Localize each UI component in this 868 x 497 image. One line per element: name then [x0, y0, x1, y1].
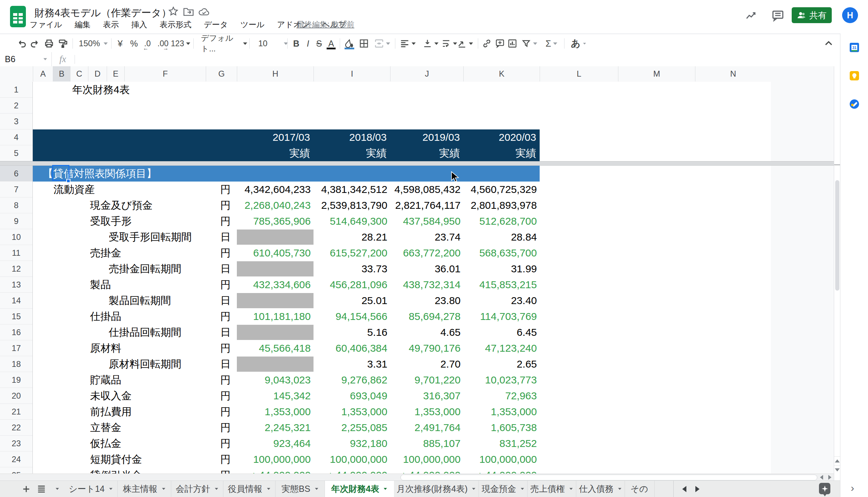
value-cell[interactable]: 72,963	[463, 388, 537, 404]
column-header-A[interactable]: A	[33, 66, 53, 81]
tasks-icon[interactable]	[849, 99, 859, 109]
bold-button[interactable]: B	[291, 37, 302, 50]
column-header-I[interactable]: I	[314, 66, 390, 81]
borders-button[interactable]	[358, 37, 370, 50]
sheet-tab-会計方針[interactable]: 会計方針	[171, 481, 223, 497]
value-cell[interactable]: 60,406,384	[314, 340, 387, 356]
year-header[interactable]: 2020/03	[463, 129, 536, 145]
value-cell[interactable]: 2,245,321	[237, 420, 311, 436]
row-header-12[interactable]: 12	[0, 261, 32, 277]
value-cell[interactable]: 663,772,200	[390, 245, 461, 261]
value-cell[interactable]: 610,405,730	[237, 245, 311, 261]
value-cell[interactable]: 47,123,240	[463, 340, 537, 356]
tabs-scroll-right-button[interactable]	[691, 481, 704, 497]
value-cell[interactable]: 4.65	[390, 324, 461, 340]
sheet-tab-株主情報[interactable]: 株主情報	[118, 481, 171, 497]
comments-icon[interactable]	[771, 9, 784, 22]
menu-挿入[interactable]: 挿入	[131, 19, 147, 30]
value-cell[interactable]: 1,353,000	[463, 404, 537, 420]
year-subtitle[interactable]: 実績	[237, 145, 310, 161]
calendar-icon[interactable]: 31	[849, 42, 859, 52]
merge-cells-button[interactable]	[372, 37, 392, 50]
row-header-4[interactable]: 4	[0, 129, 32, 145]
format-percent-button[interactable]: %	[128, 37, 139, 50]
column-header-M[interactable]: M	[618, 66, 695, 81]
value-cell[interactable]: 10,023,773	[463, 372, 537, 388]
row-label-cell[interactable]: 流動資産	[54, 182, 95, 197]
value-cell[interactable]: 568,635,700	[463, 245, 537, 261]
row-header-5[interactable]: 5	[0, 145, 32, 161]
value-cell[interactable]: 23.80	[390, 293, 461, 309]
menu-表示形式[interactable]: 表示形式	[160, 19, 191, 30]
value-cell[interactable]: 885,107	[390, 436, 461, 451]
value-cell[interactable]: 1,605,738	[463, 420, 537, 436]
row-header-8[interactable]: 8	[0, 197, 32, 213]
row-header-21[interactable]: 21	[0, 404, 32, 420]
value-cell[interactable]: 9,276,862	[314, 372, 387, 388]
column-header-E[interactable]: E	[107, 66, 124, 81]
unit-cell[interactable]: 円	[206, 277, 231, 293]
unit-cell[interactable]: 円	[206, 340, 231, 356]
tab-menu-caret-icon[interactable]	[384, 488, 387, 490]
name-box[interactable]: B6	[0, 52, 52, 66]
font-family-select[interactable]: デフォルト...	[198, 37, 250, 50]
tab-menu-caret-icon[interactable]	[215, 488, 218, 490]
row-label-cell[interactable]: 仕掛品	[90, 309, 121, 324]
value-cell[interactable]: 33.73	[314, 261, 387, 277]
unit-cell[interactable]: 円	[206, 197, 231, 213]
sheet-title-cell[interactable]: 年次財務4表	[72, 82, 130, 98]
unit-cell[interactable]: 日	[206, 356, 231, 372]
sheet-tab-現金預金[interactable]: 現金預金	[479, 481, 528, 497]
value-cell[interactable]: 316,307	[390, 388, 461, 404]
horizontal-scrollbar[interactable]	[0, 474, 834, 480]
menu-編集[interactable]: 編集	[75, 19, 90, 30]
paint-format-button[interactable]	[57, 37, 69, 50]
value-cell[interactable]: 512,628,700	[463, 213, 537, 229]
unit-cell[interactable]: 日	[206, 229, 231, 245]
insert-link-button[interactable]	[481, 37, 493, 50]
unit-cell[interactable]: 日	[206, 293, 231, 309]
tab-menu-caret-icon[interactable]	[618, 488, 621, 490]
row-label-cell[interactable]: 仮払金	[90, 436, 121, 451]
year-subtitle[interactable]: 実績	[390, 145, 460, 161]
gray-filled-cell[interactable]	[237, 261, 314, 276]
sheets-logo-icon[interactable]	[10, 6, 26, 28]
value-cell[interactable]: 438,732,314	[390, 277, 461, 293]
filter-button[interactable]	[519, 37, 539, 50]
value-cell[interactable]: ▲44,000,000	[463, 467, 537, 474]
fill-color-button[interactable]	[343, 37, 356, 50]
gray-filled-cell[interactable]	[237, 325, 314, 340]
insert-comment-button[interactable]	[494, 37, 506, 50]
value-cell[interactable]: 31.99	[463, 261, 537, 277]
row-header-15[interactable]: 15	[0, 309, 32, 324]
value-cell[interactable]: 9,701,220	[390, 372, 461, 388]
value-cell[interactable]: 831,252	[463, 436, 537, 451]
value-cell[interactable]: 2,255,085	[314, 420, 387, 436]
value-cell[interactable]: 2,491,764	[390, 420, 461, 436]
value-cell[interactable]: 28.84	[463, 229, 537, 245]
select-all-corner[interactable]	[0, 66, 33, 81]
value-cell[interactable]: 1,353,000	[237, 404, 311, 420]
value-cell[interactable]: 456,281,096	[314, 277, 387, 293]
side-panel-toggle-chevron[interactable]: ›	[851, 482, 854, 494]
redo-button[interactable]	[29, 37, 41, 50]
gray-filled-cell[interactable]	[237, 293, 314, 308]
text-rotation-button[interactable]	[455, 37, 475, 50]
row-label-cell[interactable]: 売掛金	[90, 245, 121, 261]
value-cell[interactable]: 415,853,215	[463, 277, 537, 293]
scroll-up-button[interactable]	[834, 456, 840, 465]
row-header-13[interactable]: 13	[0, 277, 32, 293]
value-cell[interactable]: 4,342,604,233	[237, 182, 311, 197]
row-header-7[interactable]: 7	[0, 182, 32, 197]
input-tools-button[interactable]: あ	[568, 37, 589, 50]
value-cell[interactable]: 2,539,813,790	[314, 197, 387, 213]
sheet-tab-月次推移(財務4表)[interactable]: 月次推移(財務4表)	[394, 481, 479, 497]
row-header-9[interactable]: 9	[0, 213, 32, 229]
row-label-cell[interactable]: 原材料	[90, 340, 121, 356]
unit-cell[interactable]: 円	[206, 404, 231, 420]
value-cell[interactable]: 100,000,000	[237, 451, 311, 467]
menu-ファイル[interactable]: ファイル	[30, 19, 62, 30]
column-header-C[interactable]: C	[70, 66, 88, 81]
spreadsheet-grid[interactable]: 流動資産円4,342,604,2334,381,342,5124,598,085…	[0, 82, 834, 474]
keep-icon[interactable]	[849, 71, 859, 81]
